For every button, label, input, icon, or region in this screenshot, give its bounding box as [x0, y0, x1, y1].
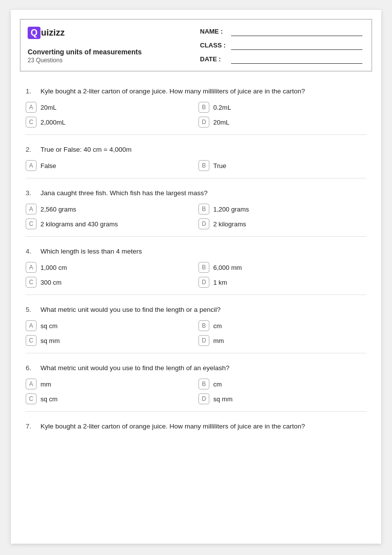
q4-b-text: 6,000 mm: [213, 264, 242, 271]
name-line[interactable]: [231, 27, 362, 36]
q1-body: Kyle bought a 2-liter carton of orange j…: [40, 87, 305, 95]
date-label: DATE :: [200, 55, 227, 63]
class-label: CLASS :: [200, 42, 227, 49]
q5-a-text: sq cm: [40, 322, 58, 330]
q1-d: D 20mL: [198, 117, 366, 128]
q6-a-letter: A: [26, 379, 37, 389]
q4-c-text: 300 cm: [40, 279, 62, 286]
q5-c-letter: C: [26, 335, 37, 346]
header: Q uizizz Converting units of measurement…: [20, 19, 372, 72]
q3-num: 3.: [26, 189, 36, 197]
q1-d-text: 20mL: [213, 119, 230, 126]
q5-c: C sq mm: [26, 335, 194, 346]
q4-d-text: 1 km: [213, 279, 227, 286]
q3-b-letter: B: [198, 204, 209, 214]
q2-num: 2.: [26, 146, 36, 153]
q6-d-text: sq mm: [213, 395, 233, 403]
q4-c-letter: C: [26, 277, 37, 288]
q3-c-letter: C: [26, 218, 37, 229]
question-3-text: 3. Jana caught three fish. Which fish ha…: [26, 189, 366, 197]
class-line[interactable]: [231, 41, 362, 50]
q6-body: What metric unit would you use to find t…: [40, 364, 230, 372]
date-line[interactable]: [231, 55, 362, 64]
q1-d-letter: D: [198, 117, 209, 128]
q5-c-text: sq mm: [40, 337, 60, 344]
q2-b-text: True: [213, 162, 226, 170]
q6-b-text: cm: [213, 381, 222, 388]
q3-a-text: 2,560 grams: [40, 206, 76, 213]
q5-b: B cm: [198, 320, 366, 331]
q4-b: B 6,000 mm: [198, 262, 366, 273]
q2-body: True or False: 40 cm = 4,000m: [40, 146, 131, 153]
q5-a-letter: A: [26, 320, 37, 331]
logo-q: Q: [28, 27, 40, 39]
quiz-title: Converting units of measurements: [28, 48, 190, 56]
q4-a-letter: A: [26, 262, 37, 273]
question-6-text: 6. What metric unit would you use to fin…: [26, 364, 366, 372]
q2-a: A False: [26, 160, 194, 171]
q1-c: C 2,000mL: [26, 117, 194, 128]
q1-c-letter: C: [26, 117, 37, 128]
q5-d-letter: D: [198, 335, 209, 346]
q3-c: C 2 kilograms and 430 grams: [26, 218, 194, 229]
q4-answers: A 1,000 cm B 6,000 mm C 300 cm D 1 km: [26, 262, 366, 288]
q6-c: C sq cm: [26, 393, 194, 404]
q1-answers: A 20mL B 0.2mL C 2,000mL D 20mL: [26, 102, 366, 128]
q3-b: B 1,200 grams: [198, 204, 366, 214]
header-left: Q uizizz Converting units of measurement…: [28, 27, 190, 64]
q3-body: Jana caught three fish. Which fish has t…: [40, 189, 207, 197]
q1-a-text: 20mL: [40, 104, 57, 111]
q6-c-text: sq cm: [40, 395, 58, 403]
q1-c-text: 2,000mL: [40, 119, 66, 126]
q6-answers: A mm B cm C sq cm D sq mm: [26, 379, 366, 404]
question-5-text: 5. What metric unit would you use to fin…: [26, 306, 366, 313]
quiz-subtitle: 23 Questions: [28, 57, 190, 64]
q5-answers: A sq cm B cm C sq mm D mm: [26, 320, 366, 346]
q4-num: 4.: [26, 248, 36, 255]
logo: Q uizizz: [28, 27, 190, 39]
q4-body: Which length is less than 4 meters: [40, 248, 142, 255]
q1-b: B 0.2mL: [198, 102, 366, 113]
q5-d: D mm: [198, 335, 366, 346]
page: Q uizizz Converting units of measurement…: [11, 10, 381, 544]
q3-d-letter: D: [198, 218, 209, 229]
q3-c-text: 2 kilograms and 430 grams: [40, 220, 118, 228]
q5-b-text: cm: [213, 322, 222, 330]
q7-body: Kyle bought a 2-liter carton of orange j…: [40, 423, 305, 430]
question-1: 1. Kyle bought a 2-liter carton of orang…: [26, 87, 366, 128]
q2-a-letter: A: [26, 160, 37, 171]
q1-a: A 20mL: [26, 102, 194, 113]
q5-body: What metric unit would you use to find t…: [40, 306, 221, 313]
header-right: NAME : CLASS : DATE :: [190, 27, 362, 64]
q4-d-letter: D: [198, 277, 209, 288]
class-field-row: CLASS :: [200, 41, 362, 50]
q1-num: 1.: [26, 87, 36, 95]
q5-a: A sq cm: [26, 320, 194, 331]
q6-a-text: mm: [40, 381, 51, 388]
q6-b: B cm: [198, 379, 366, 389]
question-3: 3. Jana caught three fish. Which fish ha…: [26, 189, 366, 229]
q4-c: C 300 cm: [26, 277, 194, 288]
q6-b-letter: B: [198, 379, 209, 389]
q4-d: D 1 km: [198, 277, 366, 288]
q6-a: A mm: [26, 379, 194, 389]
question-2: 2. True or False: 40 cm = 4,000m A False…: [26, 146, 366, 171]
q3-a-letter: A: [26, 204, 37, 214]
question-4: 4. Which length is less than 4 meters A …: [26, 248, 366, 288]
question-7: 7. Kyle bought a 2-liter carton of orang…: [26, 423, 366, 430]
q2-a-text: False: [40, 162, 56, 170]
q6-d-letter: D: [198, 393, 209, 404]
q2-b: B True: [198, 160, 366, 171]
questions-content: 1. Kyle bought a 2-liter carton of orang…: [11, 72, 381, 430]
q4-b-letter: B: [198, 262, 209, 273]
q1-a-letter: A: [26, 102, 37, 113]
q1-b-letter: B: [198, 102, 209, 113]
q6-c-letter: C: [26, 393, 37, 404]
name-field-row: NAME :: [200, 27, 362, 36]
q5-d-text: mm: [213, 337, 224, 344]
q5-b-letter: B: [198, 320, 209, 331]
q2-answers: A False B True: [26, 160, 366, 171]
q4-a: A 1,000 cm: [26, 262, 194, 273]
q4-a-text: 1,000 cm: [40, 264, 67, 271]
q3-b-text: 1,200 grams: [213, 206, 249, 213]
